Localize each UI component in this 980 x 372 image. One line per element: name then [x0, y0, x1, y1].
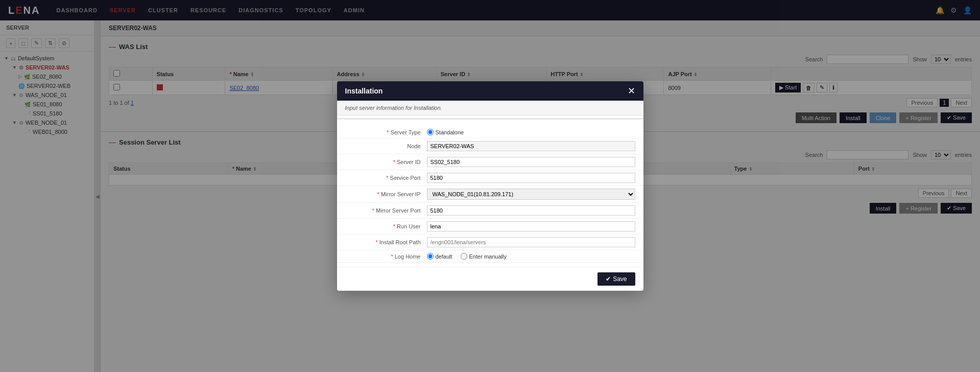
modal-info-bar: Input server information for Installatio…: [337, 101, 643, 115]
log-home-default-radio[interactable]: [427, 253, 434, 260]
form-row-mirror-ip: * Mirror Server IP WAS_NODE_01(10.81.209…: [337, 186, 643, 203]
form-row-service-port: * Service Port: [337, 170, 643, 186]
install-path-control: [427, 237, 635, 247]
node-control: [427, 141, 635, 151]
install-path-input[interactable]: [427, 237, 635, 247]
server-type-label: * Server Type: [345, 129, 427, 135]
modal-overlay: Installation ✕ Input server information …: [0, 0, 980, 372]
server-id-label: * Server ID: [345, 159, 427, 165]
node-input: [427, 141, 635, 151]
modal-form: * Server Type Standalone Nod: [337, 122, 643, 267]
mirror-port-control: [427, 205, 635, 216]
log-home-default-label[interactable]: default: [427, 253, 452, 260]
form-row-log-home: * Log Home default Enter manually: [337, 250, 643, 263]
modal-close-btn[interactable]: ✕: [628, 86, 635, 96]
modal-header: Installation ✕: [337, 81, 643, 101]
standalone-radio-label[interactable]: Standalone: [427, 129, 464, 135]
form-row-server-type: * Server Type Standalone: [337, 126, 643, 138]
node-label: Node: [345, 143, 427, 149]
server-type-control: Standalone: [427, 129, 635, 135]
modal-footer: ✔ Save: [337, 267, 643, 291]
log-home-manual-radio[interactable]: [461, 253, 467, 260]
service-port-label: * Service Port: [345, 175, 427, 181]
form-row-run-user: * Run User: [337, 219, 643, 235]
install-path-label: * Install Root Path: [345, 239, 427, 245]
mirror-ip-select[interactable]: WAS_NODE_01(10.81.209.171): [427, 189, 635, 200]
modal-title: Installation: [345, 87, 383, 95]
log-home-default-text: default: [436, 253, 452, 260]
log-home-manual-text: Enter manually: [469, 253, 507, 260]
form-row-server-id: * Server ID: [337, 154, 643, 170]
log-home-radio-group: default Enter manually: [427, 253, 635, 260]
form-row-node: Node: [337, 138, 643, 154]
log-home-label: * Log Home: [345, 253, 427, 260]
run-user-input[interactable]: [427, 221, 635, 231]
modal-body: Input server information for Installatio…: [337, 101, 643, 267]
mirror-ip-control: WAS_NODE_01(10.81.209.171): [427, 189, 635, 200]
server-id-control: [427, 157, 635, 167]
form-divider: [337, 119, 643, 119]
service-port-input[interactable]: [427, 173, 635, 183]
form-row-mirror-port: * Mirror Server Port: [337, 203, 643, 219]
standalone-label: Standalone: [436, 129, 464, 135]
modal-info-text: Input server information for Installatio…: [345, 105, 442, 111]
log-home-manual-label[interactable]: Enter manually: [461, 253, 507, 260]
mirror-port-label: * Mirror Server Port: [345, 207, 427, 214]
log-home-control: default Enter manually: [427, 253, 635, 260]
server-id-input[interactable]: [427, 157, 635, 167]
run-user-control: [427, 221, 635, 231]
modal-save-checkmark: ✔: [606, 275, 611, 283]
mirror-port-input[interactable]: [427, 205, 635, 216]
installation-modal: Installation ✕ Input server information …: [337, 81, 643, 291]
required-star: *: [387, 129, 389, 135]
form-row-install-path: * Install Root Path: [337, 235, 643, 250]
run-user-label: * Run User: [345, 223, 427, 229]
server-type-radio-group: Standalone: [427, 129, 635, 135]
standalone-radio[interactable]: [427, 129, 434, 135]
service-port-control: [427, 173, 635, 183]
modal-save-label: Save: [613, 275, 627, 283]
modal-save-btn[interactable]: ✔ Save: [597, 272, 635, 286]
mirror-ip-label: * Mirror Server IP: [345, 191, 427, 197]
